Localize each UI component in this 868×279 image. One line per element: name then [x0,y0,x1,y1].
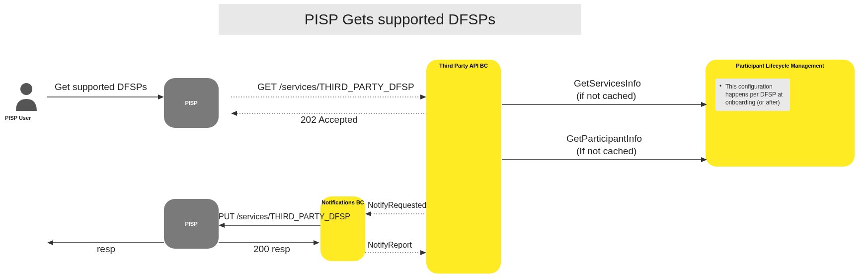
svg-marker-6 [231,111,237,116]
actor-label: PISP User [5,115,47,121]
svg-point-0 [20,83,32,95]
label-resp: resp [97,244,115,255]
label-put-services: PUT /services/THIRD_PARTY_DFSP [219,212,350,221]
plm-label: Participant Lifecycle Management [736,63,824,69]
plm-note-text: This configuration happens per DFSP at o… [725,83,783,106]
svg-marker-16 [219,223,225,228]
label-200-resp: 200 resp [253,244,290,255]
label-if-not-cached-1: (if not cached) [576,91,636,101]
plm-note: This configuration happens per DFSP at o… [715,79,790,111]
plm-node: Participant Lifecycle Management [706,60,855,167]
notifications-bc-node: Notifications BC [320,196,365,261]
svg-marker-18 [314,240,319,245]
label-notify-requested: NotifyRequested [368,201,426,210]
arrow-notify-requested [365,212,427,222]
arrow-put-services [219,224,320,234]
pisp-node-2: PISP [164,199,219,249]
svg-marker-20 [47,240,53,245]
label-get-supported: Get supported DFSPs [55,82,147,93]
pisp-node-2-label: PISP [185,221,197,227]
arrow-get-services-info [502,103,708,113]
svg-marker-4 [420,94,426,99]
svg-marker-12 [365,211,371,216]
arrow-get-services [231,95,427,105]
third-party-api-bc-label: Third Party API BC [439,63,488,69]
third-party-api-bc-node: Third Party API BC [426,60,501,274]
svg-marker-2 [158,94,164,99]
svg-marker-14 [420,250,426,255]
label-get-services: GET /services/THIRD_PARTY_DFSP [257,82,414,93]
label-notify-report: NotifyReport [368,241,412,250]
notifications-bc-label: Notifications BC [321,199,364,205]
arrow-get-participant-info [502,158,708,168]
arrow-get-supported [47,95,164,105]
label-202-accepted: 202 Accepted [301,114,358,125]
pisp-node-1: PISP [164,78,219,128]
label-if-not-cached-2: (If not cached) [576,146,636,157]
label-get-services-info: GetServicesInfo [574,78,641,89]
label-get-participant-info: GetParticipantInfo [566,133,642,144]
title-text: PISP Gets supported DFSPs [305,11,496,28]
pisp-node-1-label: PISP [185,100,197,106]
arrow-notify-report [365,251,427,261]
diagram-title: PISP Gets supported DFSPs [219,4,581,35]
user-icon [14,82,39,112]
pisp-user-actor: PISP User [5,82,47,121]
